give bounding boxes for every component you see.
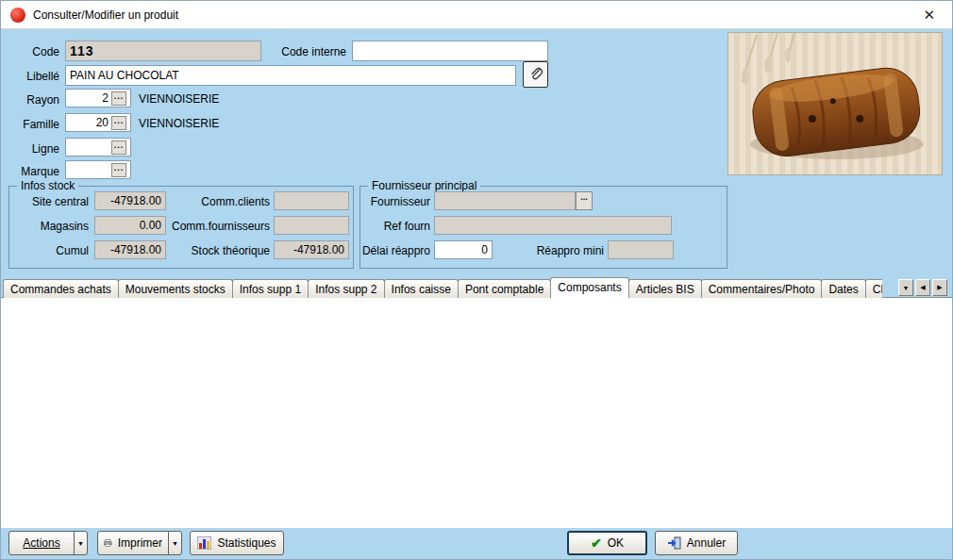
code-field: 113 (65, 41, 261, 61)
tab-scroll-controls: ▼ ◀ ▶ (898, 279, 947, 296)
comm-fournisseurs-field (274, 216, 349, 235)
tab-articles-bis[interactable]: Articles BIS (628, 279, 702, 298)
rayon-value: 2 (70, 91, 109, 105)
reappro-mini-label: Réappro mini (502, 244, 604, 257)
tab-scroll-left-button[interactable]: ◀ (915, 279, 930, 296)
ligne-field[interactable]: ... (65, 138, 131, 156)
ref-fourn-label: Ref fourn (364, 220, 430, 233)
pastry-image (728, 33, 942, 174)
marque-field[interactable]: ... (65, 160, 131, 179)
code-interne-field[interactable] (352, 41, 548, 61)
delai-reappro-label: Délai réappro (360, 244, 430, 257)
title-bar: Consulter/Modifier un produit ✕ (1, 1, 952, 29)
ligne-browse-button[interactable]: ... (111, 140, 126, 155)
famille-field[interactable]: 20 ... (65, 113, 131, 132)
comm-clients-label: Comm.clients (160, 195, 270, 208)
rayon-field[interactable]: 2 ... (65, 89, 131, 107)
magasins-value: 0.00 (140, 219, 161, 232)
statistics-button[interactable]: Statistiques (190, 531, 284, 555)
cancel-button[interactable]: Annuler (655, 531, 738, 555)
printer-icon (104, 536, 112, 550)
cumul-field: -47918.00 (94, 240, 166, 259)
actions-label: Actions (23, 536, 59, 550)
stock-theorique-field: -47918.00 (274, 240, 349, 259)
stock-theorique-value: -47918.00 (293, 243, 344, 256)
actions-dropdown-arrow[interactable]: ▼ (74, 531, 88, 555)
cancel-label: Annuler (687, 536, 726, 550)
magasins-field: 0.00 (94, 216, 166, 235)
tab-infos-supp-2[interactable]: Infos supp 2 (308, 279, 384, 298)
tab-mouvements-stocks[interactable]: Mouvements stocks (118, 279, 233, 298)
fournisseur-label: Fournisseur (364, 195, 430, 208)
marque-label: Marque (1, 165, 59, 178)
tab-infos-supp-1[interactable]: Infos supp 1 (232, 279, 309, 298)
ligne-label: Ligne (1, 142, 59, 156)
window-title: Consulter/Modifier un produit (33, 8, 178, 22)
tab-pont-comptable[interactable]: Pont comptable (458, 279, 551, 298)
comm-clients-field (274, 191, 349, 210)
bar-chart-icon (197, 536, 211, 550)
delai-reappro-field[interactable]: 0 (434, 240, 493, 259)
cumul-label: Cumul (9, 244, 89, 257)
close-icon[interactable]: ✕ (915, 5, 943, 25)
site-central-field: -47918.00 (94, 191, 166, 210)
ref-fourn-field (434, 216, 672, 235)
tab-dropdown-button[interactable]: ▼ (898, 279, 913, 296)
rayon-browse-button[interactable]: ... (111, 91, 126, 106)
product-photo (727, 32, 943, 175)
print-button[interactable]: Imprimer (97, 531, 169, 555)
tab-scroll-right-button[interactable]: ▶ (932, 279, 947, 296)
marque-browse-button[interactable]: ... (111, 163, 126, 177)
tab-composants[interactable]: Composants (550, 277, 628, 298)
fournisseur-principal-group: Fournisseur principal Fournisseur ... Re… (359, 186, 727, 269)
rayon-label: Rayon (1, 93, 59, 107)
site-central-label: Site central (9, 195, 89, 208)
attachment-button[interactable] (523, 61, 548, 88)
actions-button[interactable]: Actions (8, 531, 75, 555)
rayon-name: VIENNOISERIE (139, 92, 219, 106)
cumul-value: -47918.00 (110, 243, 161, 256)
libelle-field[interactable]: PAIN AU CHOCOLAT (65, 65, 516, 86)
code-value: 113 (70, 43, 257, 58)
ok-label: OK (608, 536, 624, 550)
famille-browse-button[interactable]: ... (111, 116, 126, 130)
delai-reappro-value: 0 (481, 243, 488, 256)
check-icon: ✔ (591, 535, 602, 551)
libelle-value: PAIN AU CHOCOLAT (70, 69, 511, 82)
composants-panel: + − Type de nomenclature Composé ▼ ▦ Cod… (1, 297, 953, 528)
reappro-mini-field (608, 240, 674, 259)
site-central-value: -47918.00 (110, 194, 161, 207)
print-label: Imprimer (118, 536, 162, 550)
print-dropdown-arrow[interactable]: ▼ (168, 531, 182, 555)
fournisseur-principal-title: Fournisseur principal (368, 179, 480, 192)
footer-bar: Actions ▼ Imprimer ▼ Statistiques ✔ (1, 528, 953, 560)
tab-commentaires-photo[interactable]: Commentaires/Photo (701, 279, 823, 298)
stock-theorique-label: Stock théorique (160, 244, 270, 257)
exit-door-icon (667, 536, 681, 550)
code-interne-label: Code interne (271, 45, 346, 58)
tab-commandes-achats[interactable]: Commandes achats (3, 279, 119, 298)
tab-strip: Commandes achatsMouvements stocksInfos s… (3, 277, 882, 298)
comm-fournisseurs-label: Comm.fournisseurs (160, 220, 270, 233)
infos-stock-title: Infos stock (17, 179, 78, 192)
fournisseur-field (434, 191, 576, 210)
tab-dates[interactable]: Dates (821, 279, 865, 298)
libelle-label: Libellé (1, 70, 59, 83)
statistics-label: Statistiques (217, 536, 276, 550)
paperclip-icon (528, 67, 543, 82)
famille-name: VIENNOISERIE (139, 117, 219, 130)
fournisseur-browse-button[interactable]: ... (576, 191, 593, 210)
magasins-label: Magasins (9, 220, 89, 233)
famille-value: 20 (70, 116, 109, 129)
product-edit-window: Consulter/Modifier un produit ✕ Code 113… (0, 0, 953, 560)
infos-stock-group: Infos stock Site central -47918.00 Magas… (8, 186, 354, 269)
famille-label: Famille (1, 118, 59, 131)
tab-infos-caisse[interactable]: Infos caisse (384, 279, 459, 298)
ok-button[interactable]: ✔ OK (567, 531, 647, 555)
code-label: Code (1, 45, 59, 58)
app-icon (10, 8, 25, 23)
tab-cham[interactable]: Cham (865, 279, 882, 298)
